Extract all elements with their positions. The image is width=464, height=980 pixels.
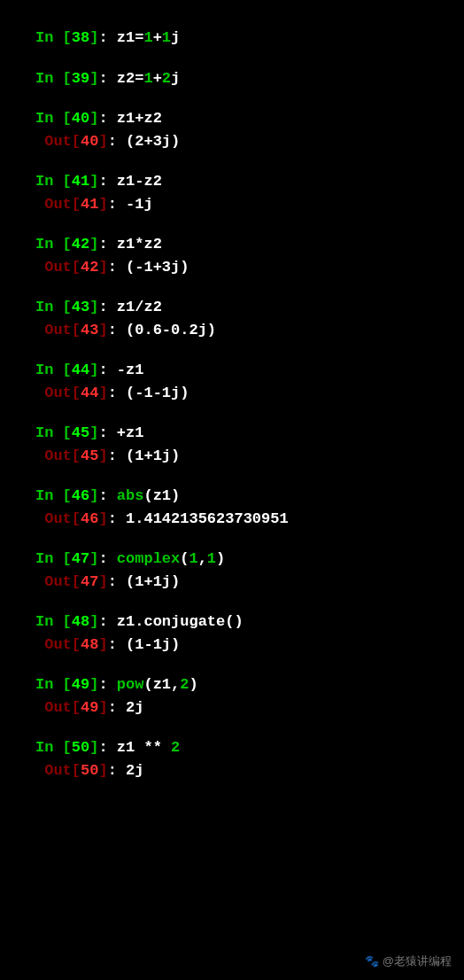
out-prompt-label: Out bbox=[44, 196, 72, 213]
code-input[interactable]: z1/z2 bbox=[117, 299, 162, 315]
ipython-cell: In [38]: z1=1+1j bbox=[35, 27, 457, 50]
code-input[interactable]: +z1 bbox=[117, 424, 144, 441]
bracket-close: ] bbox=[89, 676, 98, 693]
output-line: Out[46]: 1.4142135623730951 bbox=[35, 508, 457, 531]
code-token: - bbox=[135, 173, 143, 190]
bracket-open: [ bbox=[63, 362, 72, 378]
code-token: (z1) bbox=[143, 487, 180, 504]
in-prompt-number: 40 bbox=[72, 110, 89, 127]
code-token: 2 bbox=[180, 676, 189, 693]
input-line[interactable]: In [41]: z1-z2 bbox=[35, 170, 457, 193]
code-input[interactable]: z1=1+1j bbox=[117, 29, 180, 46]
bracket-close: ] bbox=[89, 236, 98, 253]
code-input[interactable]: z2=1+2j bbox=[117, 70, 180, 87]
in-prompt-label: In bbox=[35, 424, 63, 441]
out-prompt-label: Out bbox=[44, 133, 72, 150]
code-token: 2 bbox=[162, 70, 171, 87]
in-prompt-number: 45 bbox=[72, 424, 89, 441]
in-prompt-label: In bbox=[35, 550, 63, 567]
in-prompt-number: 44 bbox=[72, 362, 89, 378]
in-prompt-label: In bbox=[35, 236, 63, 253]
in-prompt-label: In bbox=[35, 299, 63, 315]
bracket-close: ] bbox=[98, 133, 107, 150]
code-token: abs bbox=[117, 487, 144, 504]
code-token: z2 bbox=[117, 70, 135, 87]
bracket-close: ] bbox=[98, 447, 107, 464]
out-prompt-number: 44 bbox=[81, 385, 98, 401]
in-prompt-label: In bbox=[35, 70, 63, 87]
code-token: 1 bbox=[143, 70, 152, 87]
input-line[interactable]: In [45]: +z1 bbox=[35, 422, 457, 445]
bracket-open: [ bbox=[63, 739, 72, 756]
prompt-colon: : bbox=[98, 236, 116, 253]
ipython-cell: In [46]: abs(z1) Out[46]: 1.414213562373… bbox=[35, 485, 457, 530]
input-line[interactable]: In [44]: -z1 bbox=[35, 359, 457, 382]
ipython-cell: In [42]: z1*z2 Out[42]: (-1+3j) bbox=[35, 233, 457, 278]
input-line[interactable]: In [47]: complex(1,1) bbox=[35, 548, 457, 571]
input-line[interactable]: In [42]: z1*z2 bbox=[35, 233, 457, 256]
bracket-open: [ bbox=[72, 259, 81, 276]
in-prompt-number: 50 bbox=[72, 739, 89, 756]
code-token: (z1, bbox=[143, 676, 180, 693]
prompt-colon: : bbox=[98, 362, 116, 378]
ipython-terminal: In [38]: z1=1+1jIn [39]: z2=1+2jIn [40]:… bbox=[0, 0, 464, 826]
output-value: (-1+3j) bbox=[126, 259, 189, 276]
ipython-cell: In [44]: -z1 Out[44]: (-1-1j) bbox=[35, 359, 457, 404]
code-token: , bbox=[198, 550, 207, 567]
code-input[interactable]: z1 ** 2 bbox=[117, 739, 180, 756]
code-input[interactable]: z1+z2 bbox=[117, 110, 162, 127]
paw-icon: 🐾 bbox=[365, 954, 379, 968]
bracket-close: ] bbox=[89, 424, 98, 441]
code-input[interactable]: z1.conjugate() bbox=[117, 613, 244, 630]
output-line: Out[50]: 2j bbox=[35, 759, 457, 782]
input-line[interactable]: In [39]: z2=1+2j bbox=[35, 67, 457, 90]
ipython-cell: In [45]: +z1 Out[45]: (1+1j) bbox=[35, 422, 457, 467]
code-token: = bbox=[135, 70, 143, 87]
code-token: z1 bbox=[126, 362, 143, 378]
out-prompt-label: Out bbox=[44, 699, 72, 716]
code-token: z1 bbox=[117, 236, 135, 253]
bracket-open: [ bbox=[63, 613, 72, 630]
bracket-close: ] bbox=[98, 573, 107, 590]
input-line[interactable]: In [38]: z1=1+1j bbox=[35, 27, 457, 50]
prompt-colon: : bbox=[108, 636, 126, 653]
code-token: ) bbox=[189, 676, 197, 693]
output-value: -1j bbox=[126, 196, 153, 213]
out-prompt-number: 43 bbox=[81, 322, 98, 338]
watermark: 🐾@老猿讲编程 bbox=[365, 953, 452, 970]
bracket-close: ] bbox=[89, 299, 98, 315]
prompt-colon: : bbox=[108, 385, 126, 401]
code-input[interactable]: abs(z1) bbox=[117, 487, 180, 504]
out-prompt-number: 45 bbox=[81, 447, 98, 464]
code-token: / bbox=[135, 299, 143, 315]
out-prompt-number: 46 bbox=[81, 510, 98, 527]
in-prompt-number: 43 bbox=[72, 299, 89, 315]
prompt-colon: : bbox=[98, 487, 116, 504]
bracket-open: [ bbox=[63, 70, 72, 87]
watermark-text: @老猿讲编程 bbox=[383, 954, 452, 968]
in-prompt-label: In bbox=[35, 613, 63, 630]
input-line[interactable]: In [50]: z1 ** 2 bbox=[35, 736, 457, 759]
bracket-close: ] bbox=[89, 173, 98, 190]
input-line[interactable]: In [46]: abs(z1) bbox=[35, 485, 457, 508]
ipython-cell: In [50]: z1 ** 2 Out[50]: 2j bbox=[35, 736, 457, 782]
code-token: z2 bbox=[143, 110, 161, 127]
code-token: z2 bbox=[143, 173, 161, 190]
input-line[interactable]: In [48]: z1.conjugate() bbox=[35, 611, 457, 634]
code-input[interactable]: complex(1,1) bbox=[117, 550, 225, 567]
code-token: + bbox=[135, 110, 143, 127]
in-prompt-number: 41 bbox=[72, 173, 89, 190]
output-value: 2j bbox=[126, 762, 143, 779]
input-line[interactable]: In [49]: pow(z1,2) bbox=[35, 673, 457, 696]
code-token: - bbox=[117, 362, 126, 378]
prompt-colon: : bbox=[98, 424, 116, 441]
bracket-open: [ bbox=[63, 424, 72, 441]
code-input[interactable]: z1*z2 bbox=[117, 236, 162, 253]
input-line[interactable]: In [43]: z1/z2 bbox=[35, 296, 457, 319]
code-token: 1 bbox=[189, 550, 197, 567]
input-line[interactable]: In [40]: z1+z2 bbox=[35, 107, 457, 130]
out-prompt-label: Out bbox=[44, 636, 72, 653]
code-input[interactable]: z1-z2 bbox=[117, 173, 162, 190]
code-input[interactable]: -z1 bbox=[117, 362, 144, 378]
code-input[interactable]: pow(z1,2) bbox=[117, 676, 198, 693]
